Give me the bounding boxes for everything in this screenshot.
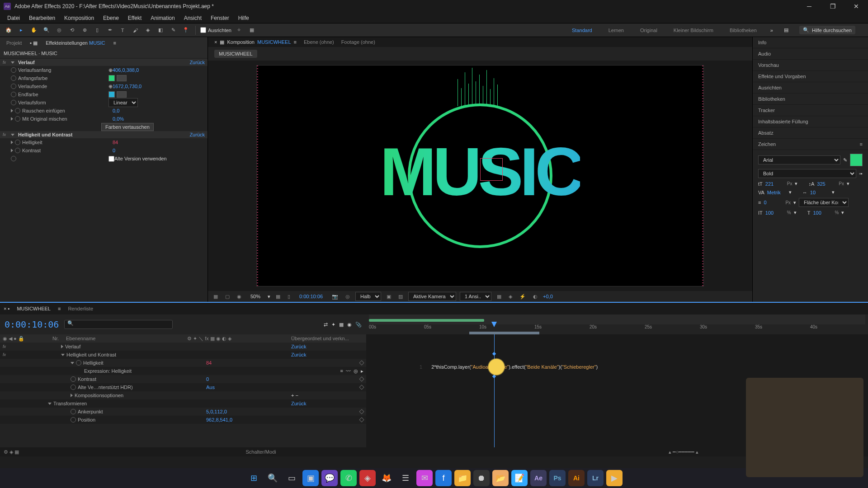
vc-mask-icon[interactable]: ◉ bbox=[235, 293, 243, 300]
color-swatch[interactable] bbox=[108, 91, 115, 98]
taskbar-app[interactable]: ☰ bbox=[397, 470, 414, 486]
row-transformieren-reset[interactable]: Zurück bbox=[291, 401, 363, 406]
panel-info[interactable]: Info bbox=[753, 37, 868, 48]
row-verlauf-reset[interactable]: Zurück bbox=[291, 344, 363, 349]
stopwatch-icon[interactable] bbox=[11, 75, 16, 81]
stroke-value[interactable]: 0 bbox=[764, 200, 783, 205]
row-komposition-btns[interactable]: + − bbox=[291, 393, 363, 398]
hscale-value[interactable]: 100 bbox=[813, 210, 832, 216]
leading-value[interactable]: 325 bbox=[817, 181, 836, 187]
taskbar-app[interactable]: ◈ bbox=[359, 470, 376, 486]
snap-icon[interactable]: ✧ bbox=[234, 25, 244, 35]
taskbar-facebook[interactable]: f bbox=[435, 470, 452, 486]
workspace-bibliotheken[interactable]: Bibliotheken bbox=[727, 26, 760, 35]
vc-timecode[interactable]: 0:00:10:06 bbox=[296, 293, 326, 300]
taskbar-app[interactable]: 📁 bbox=[454, 470, 471, 486]
workspace-lernen[interactable]: Lernen bbox=[606, 26, 627, 35]
stopwatch-icon[interactable] bbox=[11, 92, 16, 97]
work-area-bar[interactable] bbox=[369, 319, 484, 322]
chevron-down-icon[interactable]: ▾ bbox=[847, 181, 849, 187]
tab-ebene[interactable]: Ebene (ohne) bbox=[304, 39, 334, 45]
vc-fast-icon[interactable]: ⚡ bbox=[518, 293, 528, 300]
val-helligkeit[interactable]: 84 bbox=[113, 140, 118, 145]
orbit-tool[interactable]: ◎ bbox=[54, 25, 64, 35]
eyedropper-icon[interactable] bbox=[117, 75, 127, 81]
menu-animation[interactable]: Animation bbox=[146, 13, 179, 23]
fill-mode-select[interactable]: Fläche über Kon... bbox=[799, 198, 849, 207]
rect-tool[interactable]: ▯ bbox=[92, 25, 102, 35]
maximize-button[interactable]: ❐ bbox=[825, 2, 841, 11]
anchor-tool[interactable]: ⊕ bbox=[80, 25, 90, 35]
panel-bibliotheken[interactable]: Bibliotheken bbox=[753, 94, 868, 105]
chevron-down-icon[interactable]: ▾ bbox=[832, 189, 835, 195]
effect-verlauf-name[interactable]: Verlauf bbox=[18, 60, 188, 65]
composition-viewer[interactable]: MUSIC bbox=[256, 65, 704, 286]
hand-tool[interactable]: ✋ bbox=[29, 25, 39, 35]
text-color-swatch[interactable] bbox=[850, 154, 863, 166]
val-verlaufsanfang[interactable]: 406,0,388,0 bbox=[113, 67, 139, 73]
row-helligkeit-prop[interactable]: Helligkeit bbox=[83, 360, 206, 366]
workspace-overflow-icon[interactable]: » bbox=[770, 28, 773, 33]
roto-tool[interactable]: ✎ bbox=[168, 25, 178, 35]
check-alte-version[interactable] bbox=[108, 156, 114, 162]
vc-views-select[interactable]: 1 Ansi... bbox=[460, 292, 491, 301]
panel-zeichen[interactable]: Zeichen bbox=[758, 141, 776, 147]
timeline-moblur-icon[interactable]: ◉ bbox=[347, 322, 352, 328]
vc-exposure-value[interactable]: +0,0 bbox=[543, 294, 553, 299]
vc-transparency-icon[interactable]: ▨ bbox=[396, 293, 405, 300]
stopwatch-icon[interactable] bbox=[15, 148, 20, 153]
chevron-down-icon[interactable]: ▾ bbox=[795, 181, 797, 187]
keyframe-nav-icon[interactable] bbox=[359, 376, 364, 381]
taskbar-search[interactable]: 🔍 bbox=[264, 470, 281, 486]
panel-vorschau[interactable]: Vorschau bbox=[753, 60, 868, 71]
expr-graph-icon[interactable]: 〰 bbox=[346, 368, 351, 374]
crosshair-icon[interactable]: ⊕ bbox=[108, 84, 113, 89]
vc-zoom[interactable]: 50% bbox=[247, 293, 264, 300]
panel-inhaltsbasierte[interactable]: Inhaltsbasierte Füllung bbox=[753, 116, 868, 127]
font-weight-select[interactable]: Bold bbox=[758, 169, 856, 178]
expr-lang-icon[interactable]: ▸ bbox=[361, 368, 363, 374]
taskbar-explorer[interactable]: 📂 bbox=[492, 470, 509, 486]
timeline-tab-comp[interactable]: MUSICWHEEL bbox=[17, 306, 51, 311]
taskbar-taskview[interactable]: ▭ bbox=[283, 470, 300, 486]
effect-helligkeit-name[interactable]: Helligkeit und Kontrast bbox=[18, 132, 188, 137]
effect-verlauf-reset[interactable]: Zurück bbox=[189, 60, 205, 65]
minimize-button[interactable]: ─ bbox=[801, 2, 817, 11]
playhead-line[interactable] bbox=[494, 334, 495, 447]
panel-tracker[interactable]: Tracker bbox=[753, 105, 868, 116]
fx-badge-icon[interactable]: fx bbox=[3, 60, 9, 65]
font-family-select[interactable]: Arial bbox=[758, 155, 840, 164]
help-search[interactable]: 🔍 Hilfe durchsuchen bbox=[799, 26, 855, 34]
timeline-graph-icon[interactable]: 📎 bbox=[355, 322, 362, 328]
tab-effekteinstellungen[interactable]: Effekteinstellungen MUSIC bbox=[43, 38, 108, 47]
row-transformieren[interactable]: Transformieren bbox=[53, 401, 291, 406]
keyframe-nav-icon[interactable] bbox=[359, 409, 364, 414]
expr-enable-icon[interactable]: = bbox=[340, 368, 343, 374]
vc-camera-select[interactable]: Aktive Kamera bbox=[408, 292, 456, 301]
stroke-toggle-icon[interactable]: ▫▪ bbox=[859, 171, 863, 176]
keyframe-nav-icon[interactable] bbox=[359, 417, 364, 422]
taskbar-ae[interactable]: Ae bbox=[530, 470, 547, 486]
panel-menu-icon[interactable]: ≡ bbox=[58, 306, 61, 311]
menu-datei[interactable]: Datei bbox=[3, 13, 24, 23]
row-helligkeit-reset[interactable]: Zurück bbox=[291, 352, 363, 357]
taskbar-app[interactable]: ▣ bbox=[302, 470, 319, 486]
panel-audio[interactable]: Audio bbox=[753, 48, 868, 60]
menu-ansicht[interactable]: Ansicht bbox=[179, 13, 206, 23]
taskbar-ai[interactable]: Ai bbox=[568, 470, 585, 486]
timeline-shy-icon[interactable]: ✦ bbox=[331, 322, 335, 328]
panel-absatz[interactable]: Absatz bbox=[753, 127, 868, 139]
row-helligkeit[interactable]: Helligkeit und Kontrast bbox=[66, 352, 291, 357]
font-size-value[interactable]: 221 bbox=[765, 181, 784, 187]
workspace-original[interactable]: Original bbox=[637, 26, 660, 35]
timeline-footer-icon[interactable]: ⚙ ◈ ▦ bbox=[4, 449, 19, 455]
crosshair-icon[interactable]: ⊕ bbox=[108, 67, 113, 73]
chevron-down-icon[interactable]: ▾ bbox=[841, 210, 844, 216]
clone-tool[interactable]: ◈ bbox=[143, 25, 153, 35]
menu-fenster[interactable]: Fenster bbox=[206, 13, 234, 23]
menu-effekt[interactable]: Effekt bbox=[123, 13, 146, 23]
expr-pickwhip-icon[interactable]: ◎ bbox=[354, 368, 358, 374]
val-rauschen[interactable]: 0,0 bbox=[113, 108, 119, 113]
row-expression[interactable]: Expression: Helligkeit bbox=[84, 368, 331, 374]
farben-vertauschen-button[interactable]: Farben vertauschen bbox=[101, 123, 154, 131]
